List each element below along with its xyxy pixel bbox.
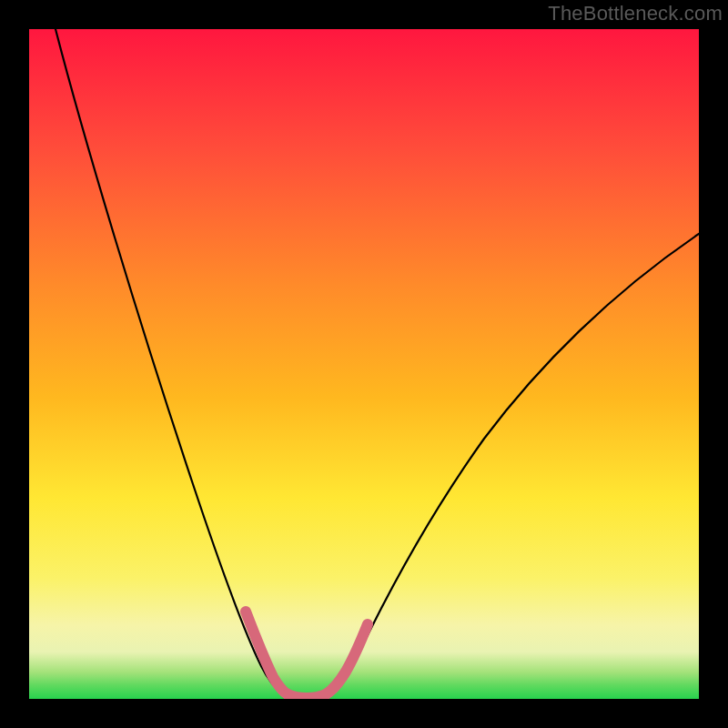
chart-frame: TheBottleneck.com bbox=[0, 0, 728, 728]
marker-bottom bbox=[288, 694, 326, 698]
chart-svg bbox=[29, 29, 699, 699]
gradient-background bbox=[29, 29, 699, 699]
plot-area bbox=[29, 29, 699, 699]
watermark-text: TheBottleneck.com bbox=[548, 2, 723, 25]
